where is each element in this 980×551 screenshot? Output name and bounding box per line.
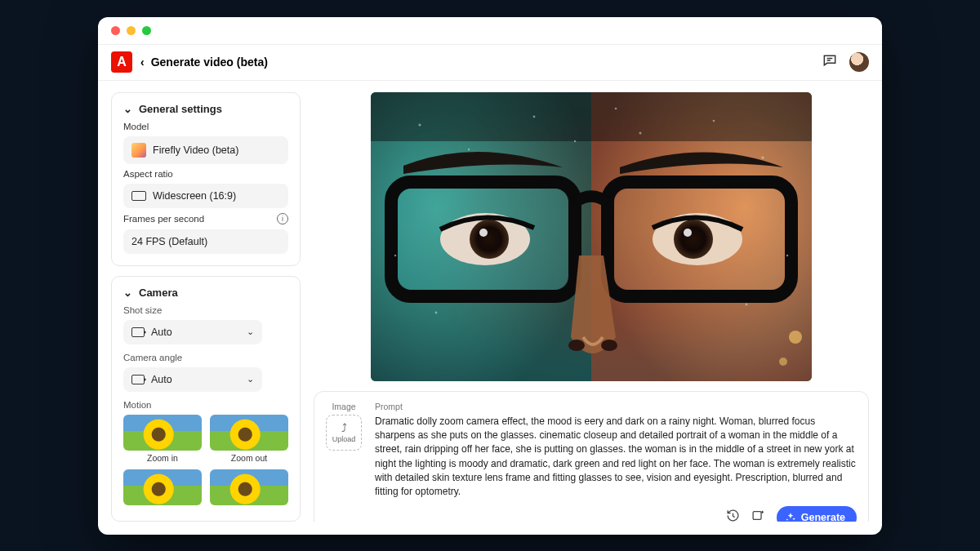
- generate-button[interactable]: Generate: [777, 506, 857, 522]
- sparkle-icon: [785, 512, 796, 522]
- svg-point-12: [674, 220, 713, 259]
- svg-point-26: [615, 107, 617, 109]
- upload-image-button[interactable]: ⤴︎ Upload: [326, 415, 362, 451]
- window-traffic-lights: [98, 17, 882, 45]
- info-icon[interactable]: i: [277, 213, 288, 224]
- motion-option-extra-1[interactable]: [123, 469, 202, 505]
- svg-point-29: [779, 358, 787, 366]
- svg-point-28: [789, 331, 802, 344]
- motion-caption: Zoom out: [210, 453, 288, 463]
- app-window: A ‹ Generate video (beta) ⌄ General sett…: [98, 17, 882, 535]
- svg-point-22: [435, 311, 438, 313]
- aspect-value: Widescreen (16:9): [153, 190, 236, 202]
- video-preview[interactable]: [371, 92, 812, 381]
- model-selector[interactable]: Firefly Video (beta): [123, 136, 288, 164]
- app-header: A ‹ Generate video (beta): [98, 45, 882, 81]
- aspect-ratio-icon: [131, 191, 146, 201]
- feedback-icon[interactable]: [822, 52, 838, 72]
- sunflower-thumb-icon: [210, 469, 288, 505]
- chevron-down-icon: ⌄: [247, 374, 254, 384]
- camera-icon: [131, 327, 145, 337]
- motion-caption: Zoom in: [123, 453, 202, 463]
- back-button[interactable]: ‹ Generate video (beta): [140, 56, 268, 69]
- generate-button-label: Generate: [801, 512, 845, 522]
- svg-point-10: [479, 229, 488, 237]
- image-column-label: Image: [332, 402, 355, 411]
- enhance-prompt-icon[interactable]: [751, 509, 765, 521]
- svg-point-13: [684, 229, 692, 237]
- svg-rect-30: [753, 512, 761, 520]
- sunflower-thumb-icon: [123, 415, 202, 451]
- svg-point-20: [713, 119, 715, 122]
- page-title: Generate video (beta): [151, 56, 268, 69]
- svg-point-27: [574, 140, 576, 141]
- svg-point-9: [470, 220, 509, 259]
- motion-options: Zoom in Zoom out: [123, 415, 288, 505]
- camera-panel: ⌄ Camera Shot size Auto ⌄ Camera angle A…: [111, 276, 301, 522]
- firefly-thumb-icon: [131, 143, 146, 158]
- window-close-button[interactable]: [111, 26, 120, 35]
- motion-option-zoom-in[interactable]: Zoom in: [123, 415, 202, 463]
- prompt-text[interactable]: Dramatic dolly zoom camera effect, the m…: [375, 415, 857, 500]
- motion-label: Motion: [123, 400, 288, 410]
- motion-option-zoom-out[interactable]: Zoom out: [210, 415, 288, 463]
- svg-point-21: [761, 156, 764, 158]
- upload-label: Upload: [332, 435, 356, 443]
- window-minimize-button[interactable]: [127, 26, 136, 35]
- sunflower-thumb-icon: [123, 469, 202, 505]
- fps-value: 24 FPS (Default): [131, 236, 207, 247]
- window-zoom-button[interactable]: [142, 26, 151, 35]
- prompt-bar: Image ⤴︎ Upload Prompt Dramatic dolly zo…: [314, 391, 869, 522]
- adobe-logo-icon: A: [111, 51, 132, 73]
- upload-icon: ⤴︎: [341, 422, 347, 433]
- general-settings-panel: ⌄ General settings Model Firefly Video (…: [111, 92, 301, 266]
- chevron-down-icon: ⌄: [247, 327, 254, 337]
- general-settings-title: General settings: [139, 103, 222, 115]
- fps-label: Frames per second: [123, 214, 204, 224]
- camera-angle-dropdown[interactable]: Auto ⌄: [123, 367, 262, 392]
- camera-icon: [131, 375, 145, 384]
- history-icon[interactable]: [726, 509, 740, 521]
- user-avatar[interactable]: [849, 52, 869, 72]
- fps-selector[interactable]: 24 FPS (Default): [123, 229, 288, 254]
- svg-rect-3: [371, 92, 812, 141]
- aspect-label: Aspect ratio: [123, 169, 288, 179]
- svg-point-23: [746, 303, 748, 305]
- shot-size-value: Auto: [151, 327, 172, 338]
- camera-section-title: Camera: [139, 287, 178, 299]
- aspect-selector[interactable]: Widescreen (16:9): [123, 184, 288, 208]
- svg-point-17: [468, 148, 470, 149]
- main-area: Image ⤴︎ Upload Prompt Dramatic dolly zo…: [314, 92, 869, 522]
- camera-angle-value: Auto: [151, 374, 172, 385]
- prompt-label: Prompt: [375, 402, 857, 411]
- model-label: Model: [123, 122, 288, 131]
- shot-size-label: Shot size: [123, 305, 288, 315]
- app-body: ⌄ General settings Model Firefly Video (…: [98, 81, 882, 535]
- chevron-left-icon: ‹: [140, 56, 145, 69]
- model-value: Firefly Video (beta): [153, 144, 238, 156]
- svg-point-15: [601, 340, 617, 351]
- chevron-down-icon: ⌄: [123, 287, 132, 299]
- sunflower-thumb-icon: [210, 415, 288, 451]
- svg-point-16: [418, 123, 421, 126]
- shot-size-dropdown[interactable]: Auto ⌄: [123, 320, 262, 344]
- motion-option-extra-2[interactable]: [210, 469, 288, 505]
- svg-point-14: [568, 340, 585, 351]
- chevron-down-icon: ⌄: [123, 103, 132, 115]
- svg-point-24: [786, 254, 789, 256]
- svg-point-18: [533, 115, 536, 118]
- camera-angle-label: Camera angle: [123, 353, 288, 362]
- settings-sidebar: ⌄ General settings Model Firefly Video (…: [111, 92, 301, 522]
- svg-point-19: [639, 131, 642, 134]
- general-settings-toggle[interactable]: ⌄ General settings: [123, 103, 288, 115]
- svg-point-25: [394, 254, 397, 256]
- camera-settings-toggle[interactable]: ⌄ Camera: [123, 287, 288, 299]
